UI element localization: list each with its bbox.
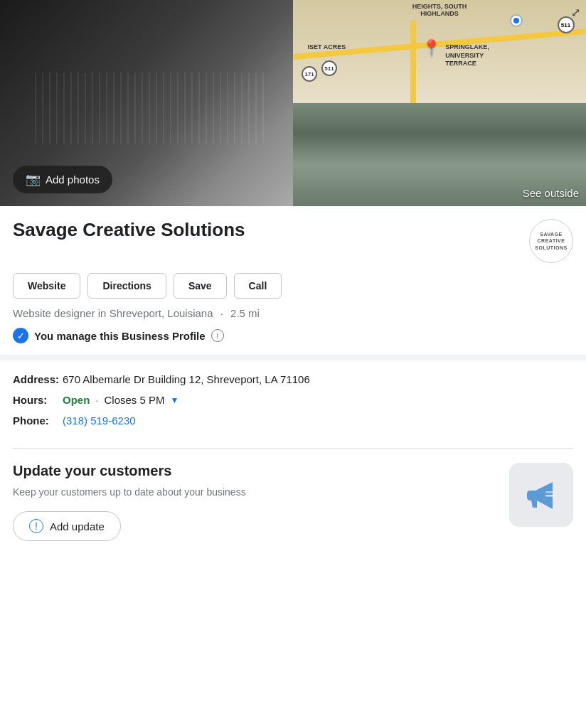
chevron-down-icon[interactable]: ▼ [171, 395, 179, 405]
action-buttons: Website Directions Save Call [13, 273, 573, 299]
road-badge-171: 171 [302, 66, 317, 82]
checkmark-icon: ✓ [17, 331, 25, 341]
hours-row: Hours: Open · Closes 5 PM ▼ [13, 394, 573, 406]
hours-label: Hours: [13, 394, 63, 406]
megaphone-icon [521, 475, 561, 515]
photo-strip: 📷 Add photos HEIGHTS, SOUTHHIGHLANDS ISE… [0, 0, 586, 206]
map-tile[interactable]: HEIGHTS, SOUTHHIGHLANDS ISET ACRES SPRIN… [293, 0, 586, 103]
business-info-section: Savage Creative Solutions SAVAGE CREATIV… [0, 206, 586, 355]
manage-profile-row: ✓ You manage this Business Profile i [13, 328, 573, 355]
address-row: Address: 670 Albemarle Dr Building 12, S… [13, 373, 573, 385]
verified-badge: ✓ [13, 328, 28, 343]
section-divider [0, 355, 586, 360]
update-section: Update your customers Keep your customer… [0, 449, 586, 555]
camera-icon: 📷 [26, 172, 41, 187]
hours-open: Open [63, 394, 90, 406]
website-button[interactable]: Website [13, 273, 80, 299]
address-value: 670 Albemarle Dr Building 12, Shreveport… [63, 373, 310, 385]
logo-line2: CREATIVE [538, 237, 565, 244]
business-logo: SAVAGE CREATIVE SOLUTIONS [529, 219, 573, 263]
svg-rect-0 [545, 495, 554, 497]
logo-line1: SAVAGE [540, 231, 563, 237]
see-outside-label: See outside [523, 187, 579, 199]
map-location-pin: 📍 [422, 39, 441, 58]
add-photos-label: Add photos [46, 173, 100, 186]
business-category: Website designer in Shreveport, Louisian… [13, 307, 573, 319]
add-update-label: Add update [50, 520, 105, 532]
map-label-highlands: HEIGHTS, SOUTHHIGHLANDS [412, 3, 467, 17]
business-name: Savage Creative Solutions [13, 219, 245, 241]
add-update-icon: ! [29, 519, 43, 533]
hours-close-time: Closes 5 PM [105, 394, 165, 406]
directions-button[interactable]: Directions [87, 273, 166, 299]
distance-text: 2.5 mi [230, 307, 260, 319]
info-icon[interactable]: i [211, 329, 224, 342]
add-update-button[interactable]: ! Add update [13, 511, 121, 541]
update-title: Update your customers [13, 463, 498, 479]
map-blue-dot [511, 16, 521, 26]
business-header: Savage Creative Solutions SAVAGE CREATIV… [13, 219, 573, 263]
phone-value[interactable]: (318) 519-6230 [63, 414, 136, 427]
details-section: Address: 670 Albemarle Dr Building 12, S… [0, 360, 586, 448]
road-badge-511: 511 [321, 60, 337, 76]
map-background: HEIGHTS, SOUTHHIGHLANDS ISET ACRES SPRIN… [293, 0, 586, 103]
phone-label: Phone: [13, 414, 63, 427]
svg-rect-1 [545, 491, 554, 493]
category-text: Website designer in Shreveport, Louisian… [13, 307, 213, 319]
map-label-iset: ISET ACRES [308, 43, 346, 50]
map-label-springlake: SPRINGLAKE,UNIVERSITYTERRACE [445, 43, 489, 68]
photo-right: HEIGHTS, SOUTHHIGHLANDS ISET ACRES SPRIN… [293, 0, 586, 206]
hours-separator: · [95, 394, 98, 406]
photo-left: 📷 Add photos [0, 0, 293, 206]
address-label: Address: [13, 373, 63, 385]
save-button[interactable]: Save [174, 273, 227, 299]
megaphone-box [509, 463, 573, 527]
update-text-block: Update your customers Keep your customer… [13, 463, 498, 541]
phone-row: Phone: (318) 519-6230 [13, 414, 573, 427]
separator: · [220, 307, 223, 319]
update-description: Keep your customers up to date about you… [13, 485, 498, 500]
map-expand-icon[interactable]: ⤢ [571, 6, 580, 19]
call-button[interactable]: Call [234, 273, 282, 299]
street-view-tile[interactable]: See outside [293, 103, 586, 206]
add-photos-button[interactable]: 📷 Add photos [13, 166, 112, 193]
hours-value[interactable]: Open · Closes 5 PM ▼ [63, 394, 179, 406]
logo-line3: SOLUTIONS [535, 245, 567, 251]
manage-profile-text: You manage this Business Profile [34, 330, 206, 342]
